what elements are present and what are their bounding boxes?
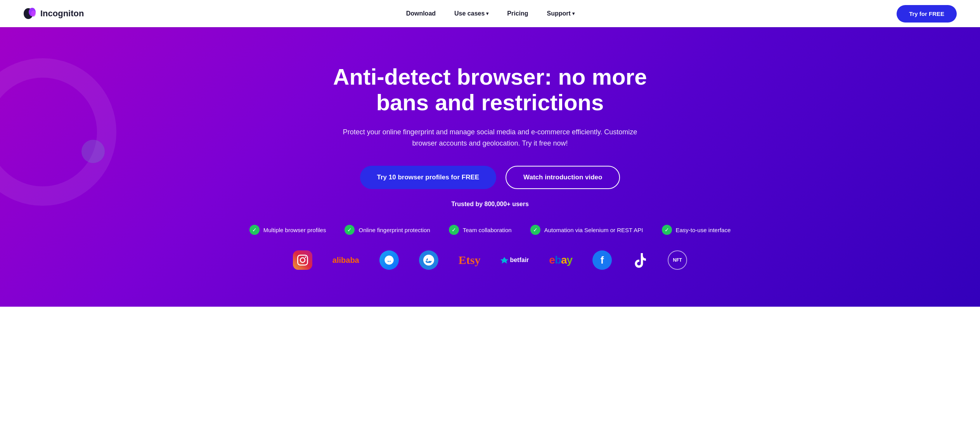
instagram-icon	[297, 255, 308, 266]
hero-buttons: Try 10 browser profiles for FREE Watch i…	[315, 166, 665, 189]
logo[interactable]: Incogniton	[23, 7, 84, 21]
svg-point-2	[31, 10, 36, 17]
nav-links: Download Use cases ▾ Pricing Support ▾	[406, 10, 575, 17]
nav-cta-button[interactable]: Try for FREE	[897, 5, 957, 23]
feature-automation: ✓ Automation via Selenium or REST API	[530, 225, 643, 235]
features-row: ✓ Multiple browser profiles ✓ Online fin…	[249, 225, 731, 235]
logo-betfair: betfair	[500, 250, 529, 270]
logo-etsy: Etsy	[459, 250, 481, 270]
navbar: Incogniton Download Use cases ▾ Pricing …	[0, 0, 980, 27]
decorative-circle-small	[81, 140, 105, 163]
feature-label-2: Online fingerprint protection	[358, 227, 430, 233]
check-icon-5: ✓	[662, 225, 672, 235]
use-cases-arrow-icon: ▾	[486, 11, 488, 16]
logos-row: alibaba Etsy	[293, 250, 687, 278]
feature-easy-use: ✓ Easy-to-use interface	[662, 225, 731, 235]
hero-title: Anti-detect browser: no more bans and re…	[315, 64, 665, 116]
check-icon-1: ✓	[249, 225, 260, 235]
feature-label-4: Automation via Selenium or REST API	[544, 227, 643, 233]
facebook-icon: f	[601, 254, 604, 266]
support-arrow-icon: ▾	[572, 11, 575, 16]
logo-facebook: f	[592, 250, 612, 270]
svg-marker-4	[500, 257, 508, 264]
hero-content: Anti-detect browser: no more bans and re…	[315, 64, 665, 225]
bird-icon	[384, 255, 395, 266]
feature-team: ✓ Team collaboration	[449, 225, 512, 235]
logo-icon	[23, 7, 37, 21]
tiktok-icon	[632, 252, 648, 268]
logo-ebay: ebay	[549, 250, 572, 270]
feature-multiple-profiles: ✓ Multiple browser profiles	[249, 225, 326, 235]
hero-section: Anti-detect browser: no more bans and re…	[0, 27, 980, 307]
nav-support[interactable]: Support ▾	[547, 10, 575, 17]
feature-fingerprint: ✓ Online fingerprint protection	[345, 225, 430, 235]
feature-label-5: Easy-to-use interface	[676, 227, 731, 233]
check-icon-3: ✓	[449, 225, 459, 235]
trust-text: Trusted by 800,000+ users	[315, 201, 665, 208]
watch-video-button[interactable]: Watch introduction video	[506, 166, 620, 189]
opensea-icon	[423, 255, 434, 266]
decorative-circle-large	[0, 58, 116, 206]
logo-alibaba: alibaba	[332, 250, 359, 270]
hero-subtitle: Protect your online fingerprint and mana…	[343, 127, 637, 149]
logo-fanatic	[379, 250, 399, 270]
check-icon-4: ✓	[530, 225, 540, 235]
logo-text: Incogniton	[40, 9, 84, 19]
logo-instagram	[293, 250, 312, 270]
nav-use-cases[interactable]: Use cases ▾	[454, 10, 488, 17]
feature-label-1: Multiple browser profiles	[263, 227, 326, 233]
logo-opensea	[419, 250, 438, 270]
betfair-icon	[500, 256, 508, 264]
logo-nft: NFT	[668, 250, 687, 270]
try-free-button[interactable]: Try 10 browser profiles for FREE	[360, 166, 497, 189]
feature-label-3: Team collaboration	[463, 227, 512, 233]
nav-download[interactable]: Download	[406, 10, 436, 17]
logo-tiktok	[632, 250, 648, 270]
nav-pricing[interactable]: Pricing	[507, 10, 528, 17]
check-icon-2: ✓	[345, 225, 355, 235]
